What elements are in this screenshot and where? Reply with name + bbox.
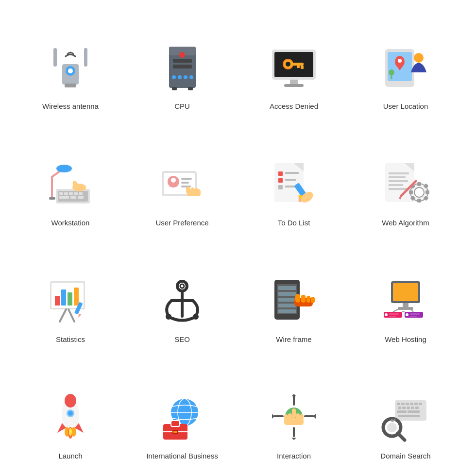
svg-rect-15: [172, 87, 177, 90]
svg-rect-67: [285, 179, 296, 181]
seo-label: SEO: [174, 335, 190, 343]
svg-point-53: [171, 178, 176, 183]
svg-rect-171: [406, 403, 409, 405]
svg-rect-111: [278, 292, 296, 296]
svg-rect-85: [425, 190, 429, 194]
svg-rect-77: [389, 180, 408, 182]
icon-item-wireless-antenna: Wireless antenna: [17, 7, 124, 119]
svg-rect-119: [311, 297, 315, 303]
launch-label: Launch: [58, 452, 82, 460]
cpu-icon: [155, 42, 209, 95]
svg-rect-177: [407, 407, 410, 409]
svg-point-14: [189, 75, 193, 79]
svg-rect-152: [173, 431, 177, 433]
svg-point-12: [178, 75, 182, 79]
icon-grid: Wireless antenna: [7, 0, 469, 476]
svg-rect-58: [186, 187, 190, 193]
svg-point-143: [71, 427, 76, 437]
svg-rect-4: [84, 48, 87, 67]
svg-rect-176: [402, 407, 406, 409]
svg-rect-149: [171, 421, 180, 426]
svg-rect-82: [417, 182, 421, 186]
international-business-label: International Business: [146, 452, 218, 460]
icon-item-workstation: Workstation: [17, 124, 124, 236]
icon-item-to-do-list: To Do List: [240, 124, 347, 236]
domain-search-label: Domain Search: [380, 452, 430, 460]
svg-point-138: [68, 411, 73, 416]
svg-rect-37: [64, 192, 68, 195]
access-denied-label: Access Denied: [270, 102, 318, 110]
svg-rect-173: [414, 403, 418, 405]
svg-rect-79: [389, 188, 407, 190]
svg-rect-3: [53, 48, 57, 67]
workstation-icon: [44, 158, 97, 212]
icon-item-interaction: Interaction: [240, 357, 347, 469]
icon-item-access-denied: Access Denied: [240, 7, 347, 119]
svg-rect-126: [389, 313, 399, 315]
svg-rect-8: [173, 59, 192, 63]
svg-point-10: [179, 52, 185, 58]
svg-rect-94: [55, 296, 60, 306]
user-location-icon: [379, 42, 432, 95]
svg-point-144: [69, 428, 72, 436]
wire-frame-label: Wire frame: [276, 335, 311, 343]
svg-rect-130: [410, 313, 420, 315]
access-denied-icon: [267, 42, 321, 95]
svg-rect-76: [389, 176, 406, 178]
icon-item-statistics: Statistics: [17, 240, 124, 352]
user-preference-label: User Preference: [155, 219, 208, 227]
svg-rect-47: [49, 197, 55, 200]
svg-rect-96: [68, 292, 72, 306]
interaction-label: Interaction: [277, 452, 311, 460]
svg-point-46: [56, 165, 72, 172]
web-algorithm-icon: [379, 158, 432, 212]
svg-rect-162: [292, 408, 296, 418]
svg-rect-174: [419, 403, 422, 405]
web-hosting-label: Web Hosting: [385, 335, 426, 343]
cpu-label: CPU: [174, 102, 190, 110]
svg-rect-42: [70, 196, 76, 199]
icon-item-wire-frame: Wire frame: [240, 240, 347, 352]
svg-rect-83: [417, 199, 421, 203]
svg-point-125: [385, 313, 388, 316]
svg-rect-65: [278, 185, 283, 189]
svg-point-2: [68, 68, 73, 73]
svg-rect-169: [397, 403, 400, 405]
seo-icon: [155, 275, 209, 328]
svg-rect-182: [398, 415, 420, 417]
svg-line-99: [68, 309, 74, 322]
svg-rect-131: [410, 316, 417, 317]
svg-rect-54: [181, 178, 192, 180]
icon-item-web-hosting: Web Hosting: [352, 240, 459, 352]
svg-rect-78: [389, 184, 403, 186]
svg-rect-181: [408, 410, 420, 413]
icon-item-domain-search: Domain Search: [352, 357, 459, 469]
svg-point-31: [414, 53, 424, 63]
svg-rect-97: [74, 288, 79, 306]
svg-rect-180: [397, 410, 407, 413]
international-business-icon: [155, 391, 209, 445]
icon-item-web-algorithm: Web Algorithm: [352, 124, 459, 236]
svg-rect-127: [389, 316, 396, 317]
svg-point-20: [286, 62, 290, 67]
svg-rect-110: [278, 286, 296, 290]
svg-rect-117: [301, 295, 306, 303]
svg-point-32: [389, 69, 394, 75]
svg-rect-63: [278, 171, 283, 176]
svg-point-103: [180, 284, 184, 288]
icon-item-cpu: CPU: [129, 7, 236, 119]
svg-rect-170: [401, 403, 405, 405]
svg-rect-113: [278, 304, 296, 307]
svg-rect-179: [415, 407, 419, 409]
svg-rect-55: [181, 182, 189, 184]
svg-rect-114: [278, 309, 296, 313]
icon-item-user-preference: User Preference: [129, 124, 236, 236]
svg-rect-5: [65, 84, 76, 87]
web-algorithm-label: Web Algorithm: [382, 219, 429, 227]
svg-rect-167: [284, 418, 304, 425]
svg-line-98: [60, 309, 66, 322]
svg-point-184: [387, 423, 397, 432]
icon-item-international-business: International Business: [129, 357, 236, 469]
svg-rect-60: [195, 188, 198, 193]
svg-rect-66: [285, 172, 299, 174]
